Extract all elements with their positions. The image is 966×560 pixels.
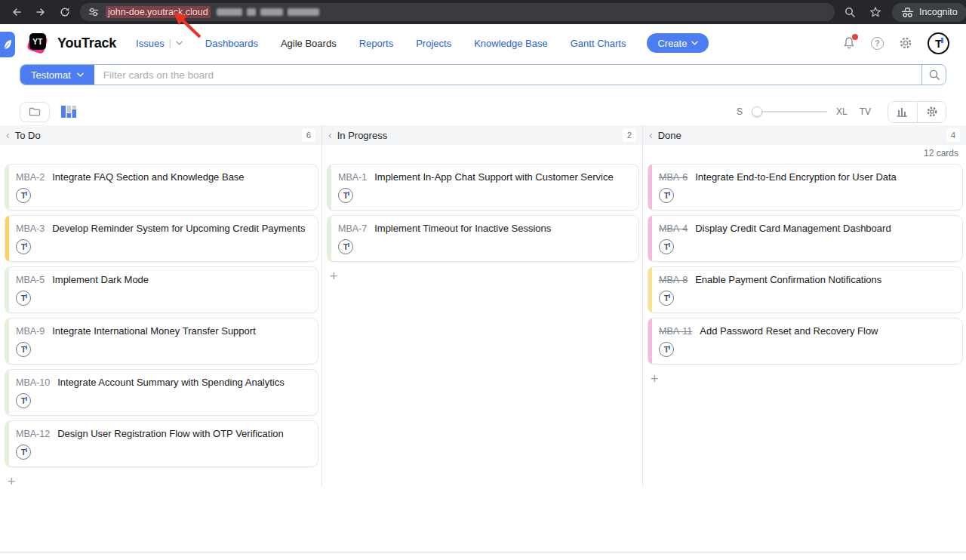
issue-id[interactable]: MBA-9: [16, 326, 45, 337]
assignee-avatar[interactable]: T: [16, 393, 31, 408]
assignee-avatar[interactable]: T: [338, 239, 353, 254]
incognito-badge[interactable]: Incognito: [892, 3, 966, 22]
header-actions: ? T: [842, 32, 949, 54]
issue-id[interactable]: MBA-5: [16, 275, 45, 285]
help-icon[interactable]: ?: [871, 37, 884, 50]
issue-id[interactable]: MBA-2: [16, 172, 45, 183]
assignee-avatar[interactable]: T: [659, 291, 674, 306]
assignee-avatar[interactable]: T: [338, 188, 353, 203]
issue-id[interactable]: MBA-8: [659, 275, 688, 285]
filter-cards-input[interactable]: [94, 65, 921, 85]
issue-card[interactable]: MBA-3Develop Reminder System for Upcomin…: [5, 215, 318, 262]
url-text[interactable]: john-doe.youtrack.cloud: [106, 6, 211, 18]
issue-card[interactable]: MBA-4Display Credit Card Management Dash…: [648, 215, 963, 262]
tv-mode-label[interactable]: TV: [860, 106, 871, 117]
bookmark-star-icon[interactable]: [866, 3, 884, 21]
user-avatar[interactable]: T: [928, 32, 949, 54]
settings-gear-icon[interactable]: [899, 36, 912, 50]
issue-card[interactable]: MBA-2Integrate FAQ Section and Knowledge…: [5, 164, 318, 211]
nav-issues[interactable]: Issues |: [136, 38, 183, 49]
browser-forward-icon[interactable]: [32, 3, 50, 21]
quill-extension-tab[interactable]: [0, 32, 15, 57]
issue-id[interactable]: MBA-1: [338, 172, 367, 183]
issue-title[interactable]: Implement Timeout for Inactive Sessions: [374, 223, 551, 234]
assignee-avatar[interactable]: T: [16, 188, 31, 203]
issue-card[interactable]: MBA-8Enable Payment Confirmation Notific…: [648, 266, 963, 313]
issue-title[interactable]: Implement Dark Mode: [52, 274, 149, 285]
site-info-icon[interactable]: [88, 6, 100, 18]
assignee-avatar[interactable]: T: [16, 445, 31, 460]
issue-card[interactable]: MBA-6Integrate End-to-End Encryption for…: [648, 164, 963, 211]
nav-agile-boards[interactable]: Agile Boards: [281, 38, 337, 49]
issue-card[interactable]: MBA-5Implement Dark Mode T: [5, 266, 318, 313]
search-button[interactable]: [921, 65, 946, 85]
issue-id[interactable]: MBA-11: [659, 326, 692, 337]
column-header: ‹ To Do 6: [0, 125, 321, 145]
nav-projects[interactable]: Projects: [416, 38, 451, 49]
collapse-column-icon[interactable]: ‹: [328, 130, 332, 140]
issue-id[interactable]: MBA-12: [16, 429, 50, 439]
column-done: ‹ Done 4 MBA-6Integrate End-to-End Encry…: [643, 125, 966, 487]
browser-reload-icon[interactable]: [56, 3, 74, 21]
issue-id[interactable]: MBA-6: [659, 172, 688, 183]
nav-gantt-charts[interactable]: Gantt Charts: [571, 38, 626, 49]
browser-back-icon[interactable]: [8, 3, 26, 21]
board-settings-button[interactable]: [917, 102, 946, 122]
issue-title[interactable]: Develop Reminder System for Upcoming Cre…: [52, 223, 305, 234]
issue-card[interactable]: MBA-9Integrate International Money Trans…: [5, 318, 318, 365]
issue-title[interactable]: Integrate End-to-End Encryption for User…: [695, 171, 897, 183]
sprint-folder-button[interactable]: [20, 102, 50, 122]
address-bar[interactable]: john-doe.youtrack.cloud: [80, 3, 835, 21]
nav-knowledge-base[interactable]: Knowledge Base: [474, 38, 548, 49]
nav-reports[interactable]: Reports: [359, 38, 394, 49]
issue-title[interactable]: Display Credit Card Management Dashboard: [695, 223, 891, 234]
assignee-avatar[interactable]: T: [16, 239, 31, 254]
youtrack-logo-icon: YT: [27, 32, 50, 54]
card-size-slider[interactable]: [752, 106, 827, 117]
issue-card[interactable]: MBA-10Integrate Account Summary with Spe…: [5, 369, 318, 416]
issue-title[interactable]: Design User Registration Flow with OTP V…: [57, 428, 284, 439]
youtrack-brand[interactable]: YT YouTrack: [27, 32, 116, 54]
assignee-avatar[interactable]: T: [16, 291, 31, 306]
issue-card[interactable]: MBA-12Design User Registration Flow with…: [5, 420, 318, 467]
issue-title[interactable]: Integrate Account Summary with Spending …: [57, 377, 285, 388]
zoom-icon[interactable]: [841, 3, 859, 21]
create-button[interactable]: Create: [647, 33, 709, 53]
notification-dot: [852, 34, 858, 40]
issue-title[interactable]: Integrate FAQ Section and Knowledge Base: [52, 171, 244, 183]
issue-id[interactable]: MBA-10: [16, 377, 50, 388]
issue-id[interactable]: MBA-4: [659, 223, 688, 234]
issue-card[interactable]: MBA-1Implement In-App Chat Support with …: [327, 164, 639, 211]
issue-title[interactable]: Integrate International Money Transfer S…: [52, 325, 256, 337]
issue-id[interactable]: MBA-3: [16, 223, 45, 234]
chevron-down-icon: [176, 41, 183, 45]
assignee-avatar[interactable]: T: [659, 239, 674, 254]
assignee-avatar[interactable]: T: [659, 342, 674, 357]
assignee-avatar[interactable]: T: [659, 188, 674, 203]
youtrack-agile-board-page: john-doe.youtrack.cloud Incognito ⋮: [0, 0, 966, 560]
assignee-avatar[interactable]: T: [16, 342, 31, 357]
incognito-icon: [901, 7, 914, 18]
issue-id[interactable]: MBA-7: [338, 223, 367, 234]
issue-title[interactable]: Enable Payment Confirmation Notification…: [695, 274, 881, 285]
chart-button[interactable]: [888, 102, 917, 122]
issue-card[interactable]: MBA-7Implement Timeout for Inactive Sess…: [327, 215, 639, 262]
add-card-button[interactable]: +: [330, 269, 338, 283]
issue-card[interactable]: MBA-11Add Password Reset and Recovery Fl…: [648, 318, 963, 365]
nav-dashboards[interactable]: Dashboards: [205, 38, 258, 49]
chevron-down-icon: [77, 72, 84, 77]
collapse-column-icon[interactable]: ‹: [6, 130, 10, 140]
issue-title[interactable]: Implement In-App Chat Support with Custo…: [374, 171, 613, 183]
collapse-column-icon[interactable]: ‹: [649, 130, 653, 140]
slider-knob[interactable]: [752, 106, 762, 117]
priority-stripe: [648, 165, 652, 210]
url-redacted-blur: [217, 8, 319, 16]
priority-stripe: [648, 267, 652, 312]
priority-stripe: [5, 165, 9, 210]
stacked-chart-view-icon[interactable]: [60, 104, 77, 119]
add-card-button[interactable]: +: [651, 372, 659, 386]
notifications-bell-icon[interactable]: [842, 36, 856, 51]
issue-title[interactable]: Add Password Reset and Recovery Flow: [700, 325, 878, 337]
add-card-button[interactable]: +: [8, 475, 16, 488]
board-selector-button[interactable]: Testomat: [20, 65, 94, 85]
